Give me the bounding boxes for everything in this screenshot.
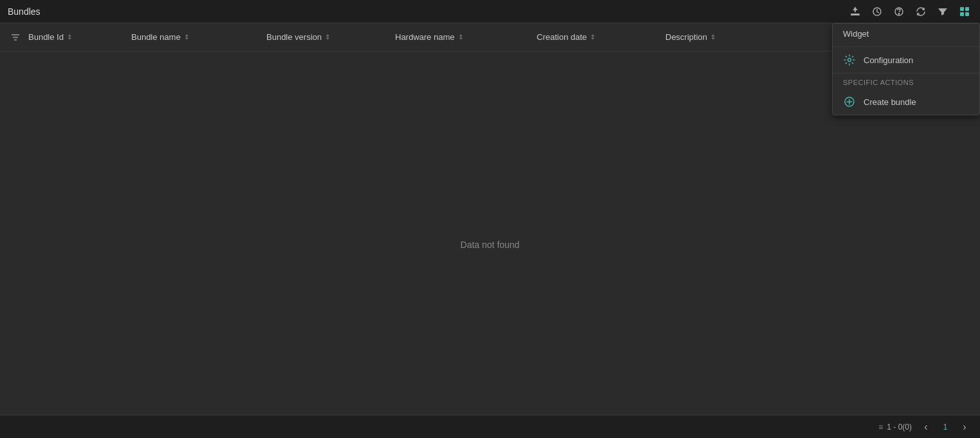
svg-rect-9 [960, 12, 964, 16]
col-header-creation-date[interactable]: Creation date ⇕ [537, 32, 665, 42]
page-title: Bundles [8, 6, 41, 17]
footer: ≡ 1 - 0(0) ‹ 1 › [0, 415, 980, 438]
sort-icon-bundle-name: ⇕ [184, 33, 189, 41]
col-header-bundle-name[interactable]: Bundle name ⇕ [131, 32, 266, 42]
help-icon[interactable] [891, 4, 907, 19]
configuration-icon [843, 53, 856, 66]
sort-icon-hardware-name: ⇕ [458, 33, 463, 41]
pagination-count: 1 - 0(0) [887, 423, 912, 432]
svg-point-14 [848, 59, 851, 62]
col-header-bundle-id[interactable]: Bundle Id ⇕ [28, 32, 131, 42]
dropdown-widget-item[interactable]: Widget [833, 24, 979, 46]
sort-icon-creation-date: ⇕ [590, 33, 595, 41]
table-filter-icon[interactable] [3, 32, 28, 43]
dropdown-menu: Widget Configuration Specific actions Cr… [832, 23, 980, 115]
history-icon[interactable] [869, 4, 885, 19]
sort-icon-description: ⇕ [710, 33, 716, 41]
widget-label: Widget [843, 29, 869, 39]
empty-message: Data not found [461, 240, 520, 250]
sort-icon-bundle-id: ⇕ [67, 33, 72, 41]
dropdown-configuration-item[interactable]: Configuration [833, 47, 979, 73]
prev-page-button[interactable]: ‹ [918, 419, 934, 435]
top-bar: Bundles [0, 0, 980, 23]
sync-icon[interactable] [913, 4, 929, 19]
rows-icon: ≡ [878, 423, 883, 432]
col-header-bundle-version[interactable]: Bundle version ⇕ [266, 32, 395, 42]
create-bundle-label: Create bundle [864, 97, 916, 107]
grid-menu-icon[interactable] [957, 4, 972, 19]
svg-rect-0 [851, 14, 860, 15]
create-bundle-icon [843, 95, 856, 108]
svg-rect-10 [965, 12, 969, 16]
pagination-info: ≡ 1 - 0(0) [878, 423, 912, 432]
col-header-hardware-name[interactable]: Hardware name ⇕ [395, 32, 537, 42]
toolbar-icons [847, 4, 972, 19]
svg-rect-3 [851, 15, 860, 15]
svg-rect-7 [960, 7, 964, 11]
sort-icon-bundle-version: ⇕ [325, 33, 330, 41]
next-page-button[interactable]: › [957, 419, 972, 435]
specific-actions-label: Specific actions [833, 73, 979, 89]
filter-icon[interactable] [935, 4, 950, 19]
configuration-label: Configuration [864, 55, 913, 65]
dropdown-create-bundle-item[interactable]: Create bundle [833, 89, 979, 115]
export-icon[interactable] [847, 4, 863, 19]
svg-marker-2 [853, 7, 858, 10]
svg-rect-8 [965, 7, 969, 11]
svg-point-6 [898, 13, 899, 14]
current-page: 1 [940, 423, 950, 432]
